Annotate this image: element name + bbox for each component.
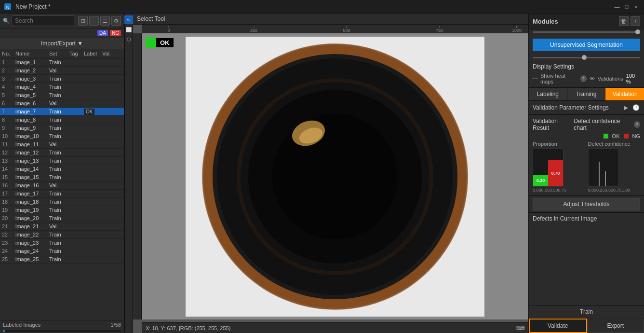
- ok-badge-container: OK: [146, 37, 174, 48]
- rect-tool-btn[interactable]: ⬜: [124, 25, 133, 34]
- tab-training[interactable]: Training: [567, 88, 606, 100]
- table-row[interactable]: 18 image_18 Train: [0, 198, 124, 206]
- tab-labeling[interactable]: Labeling: [529, 88, 567, 100]
- svg-text:N: N: [6, 5, 10, 10]
- row-set: Train: [49, 256, 69, 262]
- delete-module-btn[interactable]: 🗑: [619, 16, 629, 26]
- validation-param-title: Validation Parameter Settings: [533, 104, 609, 111]
- ruler-top: 0 250 500 750 1000: [142, 25, 528, 33]
- col-label[interactable]: Label: [84, 51, 102, 56]
- table-row[interactable]: 10 image_10 Train: [0, 132, 124, 140]
- search-icon: 🔍: [3, 18, 10, 24]
- def-axis-0: 0.00: [588, 188, 597, 193]
- row-set: Val.: [49, 141, 69, 147]
- row-no: 2: [2, 68, 15, 73]
- row-no: 16: [2, 182, 15, 188]
- module-slider-2[interactable]: [533, 57, 640, 58]
- row-name: image_10: [15, 133, 49, 139]
- row-set: Train: [49, 215, 69, 221]
- defect-confidence-chart-title: Defect confidence chart: [574, 118, 631, 131]
- row-name: image_7: [15, 109, 49, 114]
- list-icon-btn[interactable]: ☰: [100, 16, 110, 26]
- col-no[interactable]: No.: [2, 51, 15, 56]
- row-name: image_18: [15, 199, 49, 205]
- select-tool-btn[interactable]: ↖: [124, 15, 133, 24]
- row-no: 10: [2, 133, 15, 139]
- heat-maps-info-icon[interactable]: ?: [580, 75, 587, 82]
- table-row[interactable]: 5 image_5 Train: [0, 91, 124, 99]
- row-no: 7: [2, 109, 15, 114]
- axis-75: 0.75: [558, 188, 567, 193]
- defects-current-label: Defects in Current Image: [533, 215, 597, 222]
- table-row[interactable]: 24 image_24 Train: [0, 247, 124, 255]
- unsupervised-segmentation-btn[interactable]: Unsupervised Segmentation: [533, 39, 640, 51]
- row-set: Val.: [49, 182, 69, 188]
- row-set: Train: [49, 76, 69, 82]
- add-module-btn[interactable]: +: [631, 16, 640, 26]
- table-row[interactable]: 19 image_19 Train: [0, 206, 124, 214]
- settings-icon-btn[interactable]: ⚙: [111, 16, 121, 26]
- row-set: Train: [49, 248, 69, 254]
- table-row[interactable]: 15 image_15 Train: [0, 173, 124, 181]
- table-row[interactable]: 21 image_21 Val.: [0, 222, 124, 231]
- table-row[interactable]: 22 image_22 Train: [0, 231, 124, 239]
- table-row[interactable]: 7 image_7 Train OK: [0, 108, 124, 116]
- col-set[interactable]: Set: [49, 51, 69, 56]
- tab-validation[interactable]: Validation: [605, 88, 644, 100]
- eye-icon[interactable]: 👁: [590, 76, 595, 82]
- legend-ng-dot: [624, 134, 629, 139]
- app-icon: N: [4, 3, 12, 11]
- left-panel: 🔍 ⊞ ≡ ☰ ⚙ DA NG Import/Export ▼ No. Name…: [0, 14, 124, 333]
- col-tag[interactable]: Tag: [69, 51, 84, 56]
- sort-icon-btn[interactable]: ≡: [89, 16, 99, 26]
- table-row[interactable]: 16 image_16 Val.: [0, 181, 124, 190]
- table-row[interactable]: 12 image_12 Train: [0, 149, 124, 157]
- table-row[interactable]: 2 image_2 Val.: [0, 67, 124, 75]
- row-name: image_9: [15, 125, 49, 131]
- table-row[interactable]: 25 image_25 Train: [0, 255, 124, 264]
- table-row[interactable]: 11 image_11 Val.: [0, 140, 124, 149]
- table-row[interactable]: 13 image_13 Train: [0, 157, 124, 165]
- close-button[interactable]: ×: [632, 3, 640, 11]
- maximize-button[interactable]: □: [623, 3, 631, 11]
- col-val[interactable]: Val.: [102, 51, 117, 56]
- import-export-bar[interactable]: Import/Export ▼: [0, 38, 124, 49]
- defect-chart-info-icon[interactable]: ?: [634, 121, 640, 128]
- polygon-tool-btn[interactable]: ⬡: [124, 35, 133, 43]
- defect-confidence-chart-label: Defect confidence: [588, 141, 641, 147]
- def-axis-25: 0.25: [596, 188, 605, 193]
- col-name[interactable]: Name: [15, 51, 49, 56]
- param-expand-btn[interactable]: ▶: [621, 103, 630, 112]
- search-bar: 🔍 ⊞ ≡ ☰ ⚙: [0, 14, 124, 28]
- row-name: image_19: [15, 207, 49, 213]
- table-row[interactable]: 17 image_17 Train: [0, 190, 124, 198]
- table-row[interactable]: 6 image_6 Val.: [0, 99, 124, 108]
- train-btn[interactable]: Train: [529, 305, 644, 319]
- search-input[interactable]: [12, 15, 74, 26]
- table-row[interactable]: 20 image_20 Train: [0, 214, 124, 222]
- row-label: OK: [84, 109, 102, 114]
- row-name: image_20: [15, 215, 49, 221]
- minimize-button[interactable]: —: [613, 3, 621, 11]
- table-row[interactable]: 9 image_9 Train: [0, 124, 124, 132]
- row-no: 4: [2, 84, 15, 90]
- param-history-btn[interactable]: 🕐: [631, 103, 640, 112]
- table-row[interactable]: 14 image_14 Train: [0, 165, 124, 173]
- defect-axis: 0.00 0.25 0.50 0.75 1.00: [588, 188, 619, 193]
- filter-icon-btn[interactable]: ⊞: [78, 16, 88, 26]
- table-row[interactable]: 8 image_8 Train: [0, 116, 124, 124]
- module-slider[interactable]: [533, 31, 640, 33]
- import-export-label: Import/Export ▼: [41, 40, 83, 47]
- table-row[interactable]: 4 image_4 Train: [0, 83, 124, 91]
- row-set: Train: [49, 84, 69, 90]
- table-row[interactable]: 3 image_3 Train: [0, 75, 124, 83]
- table-row[interactable]: 1 image_1 Train: [0, 58, 124, 67]
- adjust-thresholds-btn[interactable]: Adjust Thresholds: [533, 198, 640, 210]
- keyboard-icon[interactable]: ⌨: [516, 325, 524, 332]
- modules-actions: 🗑 +: [619, 16, 640, 26]
- table-row[interactable]: 23 image_23 Train: [0, 239, 124, 247]
- validations-value: 100 %: [626, 73, 640, 84]
- validate-btn[interactable]: Validate: [529, 319, 587, 333]
- export-btn[interactable]: Export: [587, 319, 644, 333]
- canvas-area[interactable]: 0 250 500 750 1000 OK: [133, 25, 528, 333]
